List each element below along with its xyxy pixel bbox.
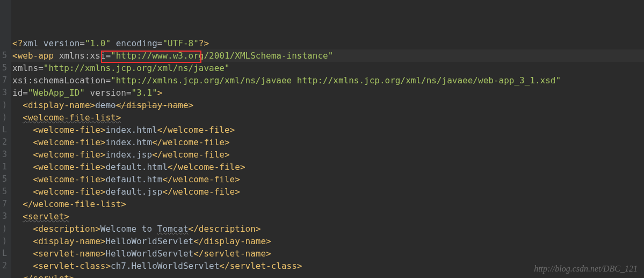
line-number	[2, 37, 7, 49]
code-line[interactable]: <welcome-file>default.htm</welcome-file>	[12, 173, 644, 186]
code-line[interactable]: <?xml version="1.0" encoding="UTF-8"?>	[12, 37, 644, 49]
line-number: 5	[2, 173, 7, 186]
code-line[interactable]: xsi:schemaLocation="http://xmlns.jcp.org…	[12, 74, 644, 87]
line-number: 3	[2, 210, 7, 223]
watermark-text: http://blog.csdn.net/DBC_121	[534, 264, 638, 274]
code-line[interactable]: <display-name>HelloWorldServlet</display…	[12, 235, 644, 247]
line-number: 5	[2, 62, 7, 74]
code-line[interactable]: id="WebApp_ID" version="3.1">	[12, 87, 644, 99]
line-number	[2, 0, 7, 12]
line-number: 1	[2, 161, 7, 173]
line-number	[2, 12, 7, 25]
code-line[interactable]: <welcome-file>default.html</welcome-file…	[12, 161, 644, 173]
line-number: L	[2, 247, 7, 260]
code-line[interactable]: <welcome-file>default.jsp</welcome-file>	[12, 186, 644, 198]
line-number: 2	[2, 136, 7, 148]
code-line[interactable]: <welcome-file>index.htm</welcome-file>	[12, 136, 644, 148]
code-content-area[interactable]: <?xml version="1.0" encoding="UTF-8"?><w…	[11, 0, 644, 278]
line-number	[2, 25, 7, 37]
line-number: 2	[2, 260, 7, 272]
line-number: L	[2, 124, 7, 136]
line-number: )	[2, 111, 7, 124]
line-number: 7	[2, 198, 7, 210]
line-number: 3	[2, 148, 7, 161]
line-number: 7	[2, 74, 7, 87]
code-line[interactable]: xmlns="http://xmlns.jcp.org/xml/ns/javae…	[12, 62, 644, 74]
code-line[interactable]: <servlet>	[12, 210, 644, 223]
line-number: 5	[2, 49, 7, 62]
code-line[interactable]: <web-app xmlns:xsi="http://www.w3.org/20…	[12, 49, 644, 62]
code-line[interactable]: <servlet-name>HelloWorldServlet</servlet…	[12, 247, 644, 260]
code-editor[interactable]: 5573))L2315573))L2 <?xml version="1.0" e…	[0, 0, 644, 278]
line-number-gutter: 5573))L2315573))L2	[0, 0, 11, 278]
line-number: 5	[2, 186, 7, 198]
code-line[interactable]: <welcome-file-list>	[12, 111, 644, 124]
line-number: )	[2, 223, 7, 235]
code-line[interactable]: <welcome-file>index.jsp</welcome-file>	[12, 148, 644, 161]
line-number: )	[2, 99, 7, 111]
code-line[interactable]: </welcome-file-list>	[12, 198, 644, 210]
line-number: )	[2, 235, 7, 247]
code-line[interactable]: <display-name>demo</display-name>	[12, 99, 644, 111]
line-number: 3	[2, 87, 7, 99]
code-line[interactable]: <description>Welcome to Tomcat</descript…	[12, 223, 644, 235]
code-line[interactable]: <welcome-file>index.html</welcome-file>	[12, 124, 644, 136]
